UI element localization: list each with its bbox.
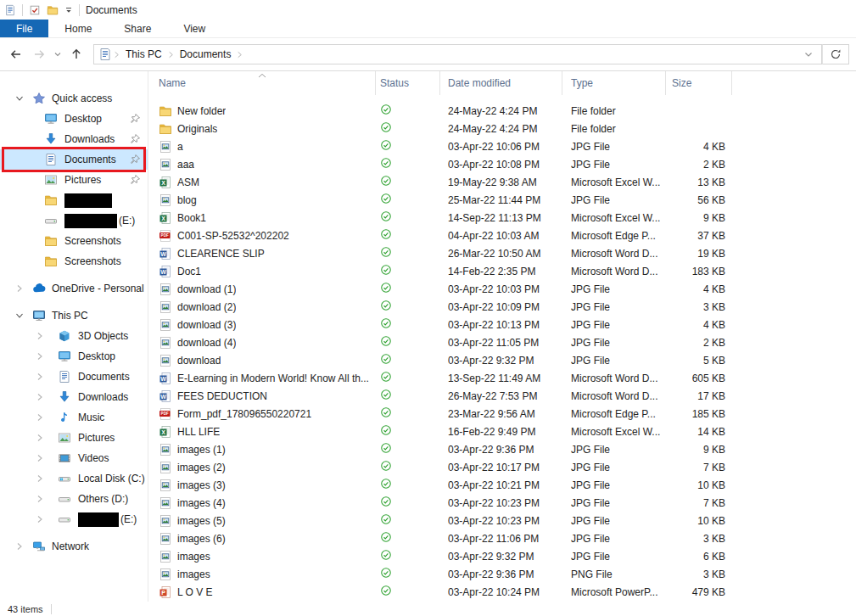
chevron-expanded-icon[interactable] <box>15 94 24 103</box>
column-header-status[interactable]: Status <box>376 71 440 95</box>
qat-customize-chevron-icon[interactable] <box>64 6 73 14</box>
file-size-cell: 4 KB <box>666 319 732 331</box>
file-row-a[interactable]: a03-Apr-22 10:06 PMJPG File4 KB <box>148 137 856 155</box>
file-row-images-5[interactable]: images (5)03-Apr-22 10:23 PMJPG File10 K… <box>148 512 856 529</box>
sidebar-item-e[interactable]: (E:) <box>0 509 148 529</box>
sidebar-item-this-pc[interactable]: This PC <box>0 305 148 326</box>
file-row-aaa[interactable]: aaa03-Apr-22 10:08 PMJPG File2 KB <box>148 155 856 173</box>
refresh-button[interactable] <box>822 44 849 64</box>
file-row-download[interactable]: download03-Apr-22 9:32 PMJPG File5 KB <box>148 351 856 369</box>
column-header-date-modified[interactable]: Date modified <box>440 71 562 95</box>
drive-icon <box>44 214 58 227</box>
chevron-collapsed-icon[interactable] <box>36 393 44 401</box>
sidebar-item-music[interactable]: Music <box>0 407 148 428</box>
sidebar-item-network[interactable]: Network <box>0 536 148 557</box>
up-button[interactable] <box>65 43 87 65</box>
sidebar-item-desktop[interactable]: Desktop <box>0 346 148 367</box>
sidebar-item-desktop[interactable]: Desktop <box>0 109 148 129</box>
pin-icon <box>129 133 141 145</box>
file-row-c001-sp-52532-202202[interactable]: PDFC001-SP-52532^20220204-Apr-22 10:03 A… <box>148 227 856 244</box>
sidebar-item-documents[interactable]: Documents <box>0 367 148 387</box>
sidebar-item-downloads[interactable]: Downloads <box>0 129 148 149</box>
file-row-download-1[interactable]: download (1)03-Apr-22 10:03 PMJPG File4 … <box>148 280 856 298</box>
forward-button[interactable] <box>28 43 50 65</box>
tab-share[interactable]: Share <box>108 20 167 37</box>
sidebar-item-others-d[interactable]: Others (D:) <box>0 489 148 509</box>
sidebar-item-downloads[interactable]: Downloads <box>0 387 148 407</box>
file-row-form-pdf-178096550220721[interactable]: PDFForm_pdf_17809655022072123-Mar-22 9:5… <box>148 405 856 423</box>
column-header-type[interactable]: Type <box>562 71 666 95</box>
file-size-cell: 9 KB <box>666 212 732 224</box>
chevron-collapsed-icon[interactable] <box>15 284 24 293</box>
chevron-expanded-icon[interactable] <box>15 311 24 320</box>
file-size-cell: 479 KB <box>666 586 732 598</box>
chevron-collapsed-icon[interactable] <box>36 372 44 381</box>
file-row-hll-life[interactable]: XHLL LIFE16-Feb-22 9:49 PMMicrosoft Exce… <box>148 423 856 440</box>
sidebar-item-screenshots[interactable]: Screenshots <box>0 231 148 251</box>
file-row-clearence-slip[interactable]: WCLEARENCE SLIP26-Mar-22 10:50 AMMicroso… <box>148 244 856 262</box>
file-row-doc1[interactable]: WDoc114-Feb-22 2:35 PMMicrosoft Word D..… <box>148 262 856 280</box>
recent-locations-button[interactable] <box>51 43 64 65</box>
chevron-collapsed-icon[interactable] <box>36 515 44 524</box>
file-row-images-1[interactable]: images (1)03-Apr-22 9:36 PMJPG File9 KB <box>148 440 856 458</box>
sidebar-item-pictures[interactable]: Pictures <box>0 428 148 448</box>
sidebar-item-onedrive-personal[interactable]: OneDrive - Personal <box>0 278 148 299</box>
file-size-cell: 13 KB <box>666 176 732 188</box>
qat-properties-check-icon[interactable] <box>29 4 41 16</box>
file-row-download-2[interactable]: download (2)03-Apr-22 10:09 PMJPG File3 … <box>148 298 856 316</box>
file-date-modified-cell: 25-Mar-22 11:44 PM <box>440 194 562 206</box>
file-row-originals[interactable]: Originals24-May-22 4:24 PMFile folder <box>148 120 856 137</box>
file-row-images[interactable]: images03-Apr-22 9:36 PMPNG File3 KB <box>148 565 856 583</box>
file-row-e-learning-in-modern-world-know-all-th[interactable]: WE-Learning in Modern World! Know All th… <box>148 369 856 387</box>
file-row-asm[interactable]: XASM19-May-22 9:38 AMMicrosoft Excel W..… <box>148 173 856 191</box>
file-type-cell: JPG File <box>562 444 666 456</box>
breadcrumb-item-this-pc[interactable]: This PC <box>121 47 166 62</box>
chevron-collapsed-icon[interactable] <box>36 352 44 361</box>
chevron-collapsed-icon[interactable] <box>36 474 44 483</box>
file-row-images-4[interactable]: images (4)03-Apr-22 10:23 PMJPG File7 KB <box>148 494 856 512</box>
file-date-modified-cell: 16-Feb-22 9:49 PM <box>440 426 562 438</box>
chevron-collapsed-icon[interactable] <box>15 542 24 551</box>
file-status-cell <box>376 353 440 367</box>
chevron-collapsed-icon[interactable] <box>36 413 44 422</box>
sidebar-item-documents[interactable]: Documents <box>0 149 148 170</box>
sidebar-item-videos[interactable]: Videos <box>0 448 148 468</box>
back-button[interactable] <box>5 43 27 65</box>
sidebar-item-item[interactable] <box>0 190 148 210</box>
file-row-new-folder[interactable]: New folder24-May-22 4:24 PMFile folder <box>148 102 856 120</box>
breadcrumb-item-documents[interactable]: Documents <box>176 47 236 62</box>
file-row-images-2[interactable]: images (2)03-Apr-22 10:17 PMJPG File7 KB <box>148 458 856 476</box>
address-dropdown-button[interactable] <box>796 45 821 64</box>
breadcrumb-chevron-icon <box>167 51 175 59</box>
file-row-blog[interactable]: blog25-Mar-22 11:44 PMJPG File56 KB <box>148 191 856 209</box>
chevron-collapsed-icon[interactable] <box>36 332 44 340</box>
file-row-download-3[interactable]: download (3)03-Apr-22 10:13 PMJPG File4 … <box>148 316 856 333</box>
tab-file[interactable]: File <box>0 20 48 37</box>
qat-new-folder-icon[interactable] <box>47 4 59 16</box>
tab-home[interactable]: Home <box>48 20 108 37</box>
file-row-fees-deduction[interactable]: WFEES DEDUCTION26-May-22 7:53 PMMicrosof… <box>148 387 856 405</box>
file-status-cell <box>376 104 440 118</box>
download-arrow-icon <box>58 390 71 404</box>
address-bar[interactable]: This PCDocuments <box>93 44 822 64</box>
file-row-images-3[interactable]: images (3)03-Apr-22 10:21 PMJPG File10 K… <box>148 476 856 494</box>
file-row-l-o-v-e[interactable]: PL O V E03-Apr-22 10:24 PMMicrosoft Powe… <box>148 583 856 601</box>
sidebar-item-local-disk-c[interactable]: Local Disk (C:) <box>0 468 148 489</box>
file-type-cell: Microsoft Word D... <box>562 266 666 277</box>
chevron-collapsed-icon[interactable] <box>36 454 44 462</box>
file-row-book1[interactable]: XBook114-Sep-22 11:13 PMMicrosoft Excel … <box>148 209 856 227</box>
sidebar-item-3d-objects[interactable]: 3D Objects <box>0 326 148 346</box>
cloud-icon <box>32 282 46 295</box>
file-row-images[interactable]: images03-Apr-22 9:32 PMJPG File6 KB <box>148 547 856 565</box>
chevron-collapsed-icon[interactable] <box>36 495 44 503</box>
chevron-collapsed-icon[interactable] <box>36 434 44 442</box>
column-header-size[interactable]: Size <box>666 71 732 95</box>
sidebar-item-e[interactable]: (E:) <box>0 210 148 231</box>
sidebar-item-screenshots[interactable]: Screenshots <box>0 251 148 272</box>
file-row-images-6[interactable]: images (6)03-Apr-22 11:06 PMJPG File3 KB <box>148 529 856 547</box>
sidebar-item-quick-access[interactable]: Quick access <box>0 88 148 109</box>
column-header-name[interactable]: Name <box>148 71 376 95</box>
file-row-download-4[interactable]: download (4)03-Apr-22 11:05 PMJPG File2 … <box>148 333 856 351</box>
tab-view[interactable]: View <box>167 20 221 37</box>
sidebar-item-pictures[interactable]: Pictures <box>0 170 148 190</box>
